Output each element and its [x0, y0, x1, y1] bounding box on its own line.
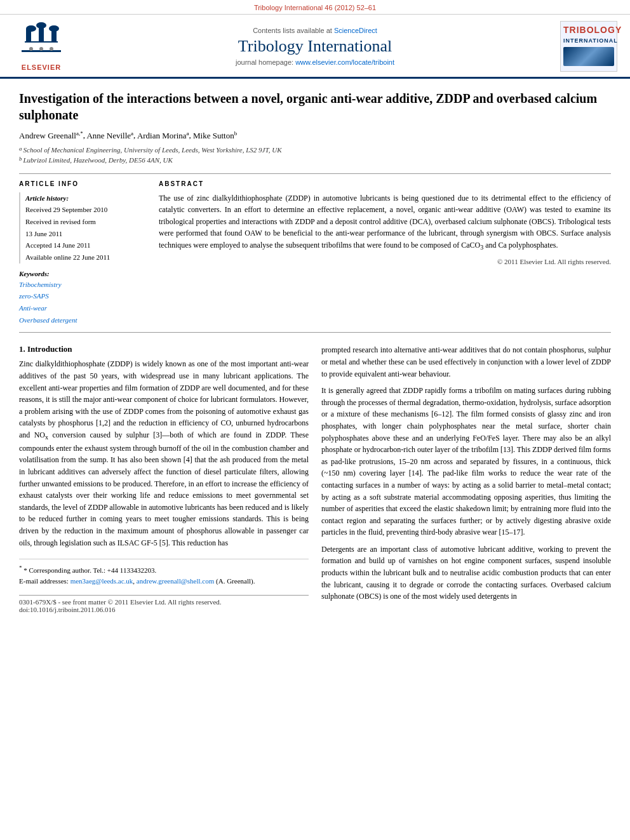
- abstract-text: The use of zinc dialkyldithiophosphate (…: [159, 192, 611, 253]
- keyword-3: Anti-wear: [19, 302, 146, 314]
- header-divider: [19, 173, 611, 174]
- keywords-list: Tribochemistry zero-SAPS Anti-wear Overb…: [19, 279, 146, 326]
- author-2: Anne Nevillea: [86, 131, 133, 140]
- available-date: Available online 22 June 2011: [25, 251, 146, 263]
- keywords-section: Keywords: Tribochemistry zero-SAPS Anti-…: [19, 270, 146, 326]
- abstract-col: ABSTRACT The use of zinc dialkyldithioph…: [159, 180, 611, 326]
- tribology-logo: TRIBOLOGY INTERNATIONAL: [560, 21, 617, 72]
- journal-title-block: Contents lists available at ScienceDirec…: [70, 27, 560, 66]
- author-4: Mike Suttonb: [193, 131, 237, 140]
- svg-point-6: [49, 25, 59, 32]
- svg-point-4: [26, 25, 36, 32]
- copyright-text: © 2011 Elsevier Ltd. All rights reserved…: [159, 258, 611, 265]
- sciencedirect-link[interactable]: ScienceDirect: [334, 27, 377, 34]
- article-info-col: ARTICLE INFO Article history: Received 2…: [19, 180, 146, 326]
- right-column: prompted research into alternative anti-…: [321, 344, 611, 613]
- email-link-2[interactable]: andrew.greenall@shell.com: [137, 577, 214, 585]
- email-link-1[interactable]: men3aeg@leeds.ac.uk: [70, 577, 133, 585]
- footnotes: * * Corresponding author. Tel.: +44 1133…: [19, 559, 309, 587]
- svg-point-10: [50, 47, 53, 51]
- keyword-4: Overbased detergent: [19, 314, 146, 326]
- revised-date: 13 June 2011: [25, 228, 146, 240]
- keyword-1: Tribochemistry: [19, 279, 146, 291]
- right-para1: prompted research into alternative anti-…: [321, 344, 611, 380]
- journal-name: Tribology International: [70, 37, 560, 56]
- citation-text: Tribology International 46 (2012) 52–61: [254, 4, 376, 11]
- right-para2: It is generally agreed that ZDDP rapidly…: [321, 385, 611, 538]
- intro-title: 1. Introduction: [19, 344, 309, 354]
- revised-label: Received in revised form: [25, 216, 146, 228]
- received-date: Received 29 September 2010: [25, 204, 146, 216]
- elsevier-logo: ELSEVIER: [13, 22, 70, 71]
- svg-point-5: [36, 22, 46, 29]
- abstract-header: ABSTRACT: [159, 180, 611, 187]
- affiliations: a School of Mechanical Engineering, Univ…: [19, 145, 611, 166]
- issn-line: 0301-679X/$ - see front matter © 2011 El…: [19, 598, 309, 606]
- content-divider: [19, 332, 611, 333]
- doi-line: doi:10.1016/j.triboint.2011.06.016: [19, 606, 309, 613]
- article-body: Investigation of the interactions betwee…: [0, 79, 630, 626]
- affiliation-2: b Lubrizol Limited, Hazelwood, Derby, DE…: [19, 155, 611, 166]
- article-info-header: ARTICLE INFO: [19, 180, 146, 187]
- accepted-date: Accepted 14 June 2011: [25, 239, 146, 251]
- article-history: Article history: Received 29 September 2…: [19, 192, 146, 263]
- elsevier-tree-icon: [18, 22, 64, 60]
- keyword-2: zero-SAPS: [19, 290, 146, 302]
- journal-homepage: journal homepage: www.elsevier.com/locat…: [70, 58, 560, 66]
- elsevier-wordmark: ELSEVIER: [22, 63, 61, 71]
- keywords-label: Keywords:: [19, 270, 146, 277]
- intro-column: 1. Introduction Zinc dialkyldithiophosph…: [19, 344, 309, 613]
- contents-available: Contents lists available at ScienceDirec…: [70, 27, 560, 34]
- footnote-email: E-mail addresses: men3aeg@leeds.ac.uk, a…: [19, 576, 309, 587]
- article-title: Investigation of the interactions betwee…: [19, 90, 611, 123]
- authors-line: Andrew Greenalla,*, Anne Nevillea, Ardia…: [19, 130, 611, 140]
- history-label: Article history:: [25, 192, 146, 204]
- svg-point-9: [39, 47, 43, 51]
- svg-point-8: [29, 47, 33, 51]
- trib-logo-box: TRIBOLOGY INTERNATIONAL: [560, 21, 617, 72]
- main-content: 1. Introduction Zinc dialkyldithiophosph…: [19, 344, 611, 613]
- intro-para1: Zinc dialkyldithiophosphate (ZDDP) is wi…: [19, 358, 309, 549]
- footnote-corresponding: * * Corresponding author. Tel.: +44 1133…: [19, 563, 309, 576]
- author-1: Andrew Greenalla,*: [19, 131, 83, 140]
- author-3: Ardian Morinaa: [137, 131, 189, 140]
- footer-ids: 0301-679X/$ - see front matter © 2011 El…: [19, 595, 309, 613]
- journal-header: ELSEVIER Contents lists available at Sci…: [0, 15, 630, 79]
- right-para3: Detergents are an important class of aut…: [321, 543, 611, 603]
- affiliation-1: a School of Mechanical Engineering, Univ…: [19, 145, 611, 156]
- citation-bar: Tribology International 46 (2012) 52–61: [0, 0, 630, 15]
- info-abstract-columns: ARTICLE INFO Article history: Received 2…: [19, 180, 611, 326]
- journal-url[interactable]: www.elsevier.com/locate/triboint: [295, 58, 394, 66]
